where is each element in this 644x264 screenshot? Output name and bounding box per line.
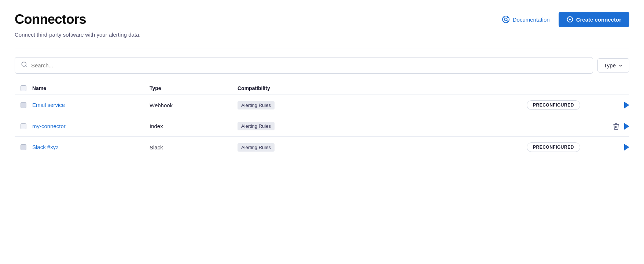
row3-type: Slack <box>150 144 238 150</box>
search-filter-row: Type <box>15 57 629 74</box>
row3-compatibility-badge: Alerting Rules <box>238 143 275 152</box>
row2-actions <box>600 123 629 130</box>
documentation-icon <box>502 15 510 23</box>
connectors-table: Name Type Compatibility Email service We… <box>15 82 629 158</box>
svg-line-10 <box>25 66 26 67</box>
search-wrapper <box>15 57 593 74</box>
row3-actions <box>600 144 629 150</box>
page-title: Connectors <box>15 12 86 27</box>
row2-type: Index <box>150 123 238 129</box>
row1-run-icon[interactable] <box>624 102 629 108</box>
col-header-type: Type <box>150 85 238 91</box>
type-filter-dropdown[interactable]: Type <box>597 58 629 72</box>
row2-delete-icon[interactable] <box>612 123 620 130</box>
row1-compatibility-badge: Alerting Rules <box>238 101 275 109</box>
svg-line-3 <box>507 21 508 22</box>
page-subtitle: Connect third-party software with your a… <box>15 31 629 38</box>
preconfigured-badge-1: PRECONFIGURED <box>527 100 580 110</box>
select-all-checkbox-cell <box>15 85 32 91</box>
table-header: Name Type Compatibility <box>15 82 629 94</box>
row1-name[interactable]: Email service <box>32 102 150 108</box>
email-service-link[interactable]: Email service <box>32 102 65 108</box>
header-actions: Documentation Create connector <box>502 12 629 27</box>
row2-compatibility: Alerting Rules <box>238 122 527 130</box>
svg-point-1 <box>504 18 507 21</box>
row2-checkbox[interactable] <box>21 123 26 129</box>
row3-run-icon[interactable] <box>624 144 629 150</box>
row3-name[interactable]: Slack #xyz <box>32 144 150 150</box>
row1-compatibility: Alerting Rules <box>238 101 527 109</box>
col-header-compatibility: Compatibility <box>238 85 527 91</box>
row2-run-icon[interactable] <box>624 123 629 130</box>
create-connector-button[interactable]: Create connector <box>559 12 629 27</box>
slack-xyz-link[interactable]: Slack #xyz <box>32 144 59 150</box>
svg-point-9 <box>22 62 26 66</box>
preconfigured-badge-3: PRECONFIGURED <box>527 142 580 152</box>
row1-type: Webhook <box>150 102 238 108</box>
chevron-down-icon <box>618 63 623 68</box>
svg-line-4 <box>507 17 508 18</box>
svg-line-5 <box>503 21 504 22</box>
row3-preconfigured: PRECONFIGURED <box>527 142 600 152</box>
select-all-checkbox[interactable] <box>21 85 26 91</box>
documentation-link[interactable]: Documentation <box>502 15 550 23</box>
type-filter-label: Type <box>604 62 616 68</box>
header-divider <box>15 48 629 48</box>
row3-checkbox[interactable] <box>21 144 26 150</box>
table-row: Email service Webhook Alerting Rules PRE… <box>15 94 629 116</box>
svg-line-2 <box>503 17 504 18</box>
table-row: my-connector Index Alerting Rules <box>15 116 629 137</box>
row1-checkbox[interactable] <box>21 102 26 108</box>
row3-compatibility: Alerting Rules <box>238 143 527 152</box>
row1-checkbox-cell <box>15 102 32 108</box>
col-header-name: Name <box>32 85 150 91</box>
row2-compatibility-badge: Alerting Rules <box>238 122 275 130</box>
my-connector-link[interactable]: my-connector <box>32 123 66 129</box>
plus-circle-icon <box>567 16 573 23</box>
row1-actions <box>600 102 629 108</box>
search-input[interactable] <box>31 62 587 68</box>
table-row: Slack #xyz Slack Alerting Rules PRECONFI… <box>15 137 629 158</box>
row3-checkbox-cell <box>15 144 32 150</box>
create-connector-label: Create connector <box>576 16 621 23</box>
search-icon <box>21 61 27 70</box>
documentation-label: Documentation <box>513 16 550 23</box>
row1-preconfigured: PRECONFIGURED <box>527 100 600 110</box>
row2-checkbox-cell <box>15 123 32 129</box>
row2-name[interactable]: my-connector <box>32 123 150 130</box>
